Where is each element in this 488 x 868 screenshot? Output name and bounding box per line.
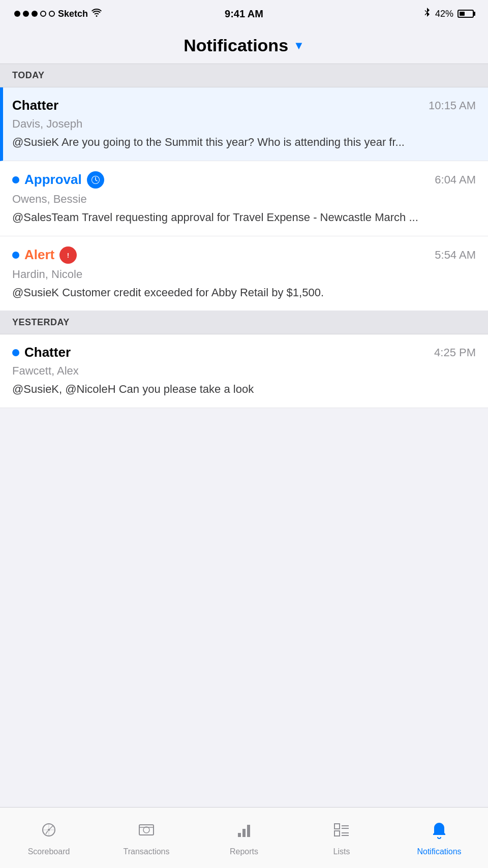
notification-title-row: Alert !: [12, 246, 77, 264]
alert-icon: !: [59, 246, 77, 264]
notification-sender: Davis, Joseph: [12, 117, 476, 131]
svg-rect-5: [139, 825, 154, 835]
lists-icon: [331, 820, 352, 844]
signal-dots: [14, 11, 55, 17]
notification-type-label: Chatter: [12, 98, 58, 113]
notification-header: Chatter 4:25 PM: [12, 345, 476, 360]
wifi-icon: [91, 9, 102, 19]
header-title-row[interactable]: Notifications ▼: [184, 36, 304, 55]
tab-scoreboard[interactable]: Scoreboard: [0, 820, 98, 856]
notification-time: 5:54 AM: [435, 249, 476, 262]
tab-lists-label: Lists: [333, 847, 350, 856]
notification-body: @SusieK Customer credit exceeded for Abb…: [12, 285, 476, 301]
notification-type-label: Approval: [24, 172, 82, 188]
svg-rect-8: [242, 829, 246, 837]
status-left: Sketch: [14, 9, 102, 19]
dot-3: [32, 11, 38, 17]
bluetooth-icon: [423, 8, 431, 20]
tab-notifications-label: Notifications: [417, 847, 461, 856]
content-area: TODAY Chatter 10:15 AM Davis, Joseph @Su…: [0, 64, 488, 469]
battery-icon: [458, 10, 474, 18]
dot-1: [14, 11, 20, 17]
svg-point-6: [143, 827, 149, 833]
svg-rect-7: [238, 833, 241, 837]
notification-title-row: Approval: [12, 171, 104, 189]
unread-indicator: [12, 252, 19, 259]
notification-type-label: Alert: [24, 247, 54, 263]
notification-time: 10:15 AM: [429, 99, 476, 112]
notification-time: 6:04 AM: [435, 173, 476, 187]
tab-scoreboard-label: Scoreboard: [28, 847, 70, 856]
tab-bar: Scoreboard Transactions Reports: [0, 807, 488, 868]
status-right: 42%: [423, 8, 474, 20]
notifications-icon: [429, 820, 449, 844]
dot-5: [49, 11, 55, 17]
notification-header: Chatter 10:15 AM: [12, 98, 476, 113]
notification-item-chatter-yesterday[interactable]: Chatter 4:25 PM Fawcett, Alex @SusieK, @…: [0, 334, 488, 408]
carrier-label: Sketch: [58, 9, 88, 19]
notification-body: @SalesTeam Travel requesting approval fo…: [12, 210, 476, 226]
battery-percentage: 42%: [435, 9, 453, 19]
notification-header: Approval 6:04 AM: [12, 171, 476, 189]
tab-transactions[interactable]: Transactions: [98, 820, 195, 856]
tab-notifications[interactable]: Notifications: [390, 820, 488, 856]
clock-icon: [87, 171, 104, 189]
svg-rect-9: [247, 825, 250, 837]
status-time: 9:41 AM: [225, 8, 263, 20]
page-header: Notifications ▼: [0, 27, 488, 64]
svg-point-4: [48, 829, 50, 831]
tab-reports-label: Reports: [230, 847, 258, 856]
notification-header: Alert ! 5:54 AM: [12, 246, 476, 264]
tab-reports[interactable]: Reports: [195, 820, 293, 856]
scoreboard-icon: [39, 820, 59, 844]
notification-title-row: Chatter: [12, 345, 71, 360]
notification-sender: Fawcett, Alex: [12, 364, 476, 378]
section-header-yesterday: YESTERDAY: [0, 311, 488, 334]
transactions-icon: [136, 820, 157, 844]
notification-body: @SusieK Are you going to the Summit this…: [12, 135, 476, 150]
tab-lists[interactable]: Lists: [293, 820, 390, 856]
tab-transactions-label: Transactions: [124, 847, 170, 856]
dropdown-arrow-icon[interactable]: ▼: [293, 39, 304, 52]
today-notification-list: Chatter 10:15 AM Davis, Joseph @SusieK A…: [0, 87, 488, 311]
notification-item-alert[interactable]: Alert ! 5:54 AM Hardin, Nicole @SusieK C…: [0, 236, 488, 312]
status-bar: Sketch 9:41 AM 42%: [0, 0, 488, 27]
yesterday-notification-list: Chatter 4:25 PM Fawcett, Alex @SusieK, @…: [0, 334, 488, 408]
notification-type-label: Chatter: [24, 345, 71, 360]
notification-item-chatter-today[interactable]: Chatter 10:15 AM Davis, Joseph @SusieK A…: [0, 87, 488, 161]
dot-2: [23, 11, 29, 17]
reports-icon: [234, 820, 254, 844]
notification-sender: Hardin, Nicole: [12, 268, 476, 281]
svg-rect-11: [334, 831, 340, 836]
dot-4: [40, 11, 46, 17]
svg-text:!: !: [67, 252, 69, 259]
unread-indicator: [12, 176, 19, 183]
notification-sender: Owens, Bessie: [12, 193, 476, 206]
notification-time: 4:25 PM: [434, 346, 476, 359]
svg-rect-10: [334, 824, 340, 829]
unread-indicator: [12, 349, 19, 356]
notification-body: @SusieK, @NicoleH Can you please take a …: [12, 382, 476, 397]
page-title: Notifications: [184, 36, 288, 55]
notification-item-approval[interactable]: Approval 6:04 AM Owens, Bessie @SalesTea…: [0, 161, 488, 236]
notification-title-row: Chatter: [12, 98, 58, 113]
section-header-today: TODAY: [0, 64, 488, 87]
